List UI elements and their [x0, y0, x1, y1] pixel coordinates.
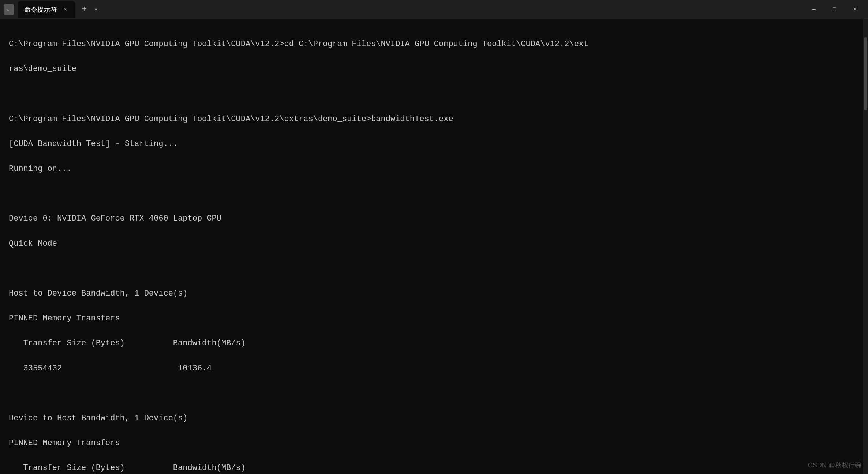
close-button[interactable]: × — [845, 3, 864, 16]
svg-text:>_: >_ — [7, 8, 12, 12]
titlebar: >_ 命令提示符 × + ▾ ─ □ × — [0, 0, 868, 19]
tab-title: 命令提示符 — [24, 5, 57, 14]
active-tab[interactable]: 命令提示符 × — [18, 1, 75, 18]
terminal-line-1: C:\Program Files\NVIDIA GPU Computing To… — [9, 40, 588, 49]
app-icon: >_ — [4, 4, 14, 15]
terminal-line-16: Device to Host Bandwidth, 1 Device(s) — [9, 414, 187, 423]
window-controls: ─ □ × — [804, 3, 864, 16]
terminal-line-9: Quick Mode — [9, 239, 57, 248]
terminal-line-11: Host to Device Bandwidth, 1 Device(s) — [9, 289, 187, 298]
terminal-output[interactable]: C:\Program Files\NVIDIA GPU Computing To… — [0, 19, 868, 474]
terminal-line-4: C:\Program Files\NVIDIA GPU Computing To… — [9, 114, 453, 124]
terminal-line-2: ras\demo_suite — [9, 64, 76, 74]
terminal-line-14: 33554432 10136.4 — [9, 364, 212, 373]
minimize-button[interactable]: ─ — [804, 3, 823, 16]
terminal-window: >_ 命令提示符 × + ▾ ─ □ × C:\Program Files\NV… — [0, 0, 868, 474]
terminal-line-5: [CUDA Bandwidth Test] - Starting... — [9, 139, 178, 148]
terminal-line-13: Transfer Size (Bytes) Bandwidth(MB/s) — [9, 339, 246, 348]
terminal-line-12: PINNED Memory Transfers — [9, 314, 120, 323]
terminal-line-17: PINNED Memory Transfers — [9, 439, 120, 448]
maximize-button[interactable]: □ — [825, 3, 844, 16]
new-tab-button[interactable]: + — [78, 3, 91, 16]
scrollbar-thumb[interactable] — [864, 37, 867, 110]
watermark: CSDN @秋权行碗 — [808, 461, 861, 470]
terminal-line-6: Running on... — [9, 164, 72, 173]
terminal-line-8: Device 0: NVIDIA GeForce RTX 4060 Laptop… — [9, 214, 221, 223]
scrollbar[interactable] — [863, 19, 868, 474]
tab-close-button[interactable]: × — [61, 6, 69, 13]
terminal-line-18: Transfer Size (Bytes) Bandwidth(MB/s) — [9, 463, 246, 473]
tab-dropdown-button[interactable]: ▾ — [91, 4, 101, 15]
